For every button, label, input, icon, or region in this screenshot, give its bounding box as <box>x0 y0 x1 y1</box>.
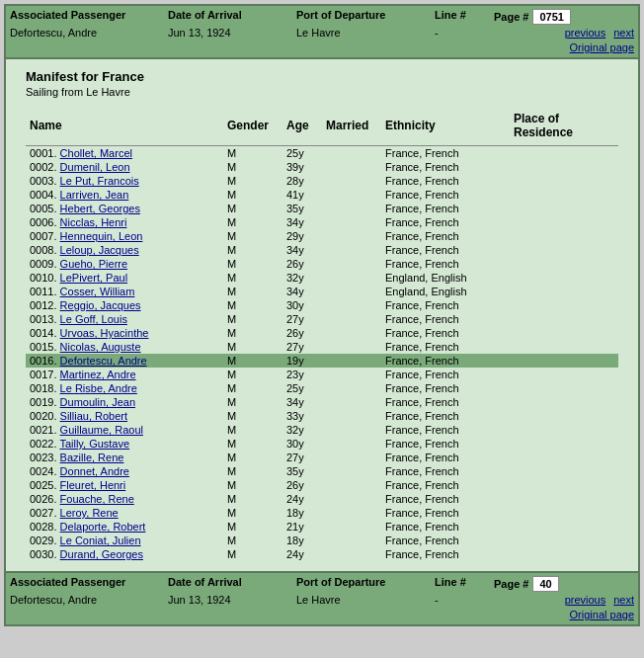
passenger-num: 0024. <box>30 465 60 477</box>
passenger-num-name: 0008. Leloup, Jacques <box>26 243 223 257</box>
passenger-residence <box>510 395 618 409</box>
header-nav-previous[interactable]: previous <box>565 27 606 39</box>
passenger-name-link[interactable]: Leroy, Rene <box>60 507 119 519</box>
passenger-residence <box>510 354 618 368</box>
passenger-residence <box>510 215 618 229</box>
passenger-name-link[interactable]: Delaporte, Robert <box>60 521 146 533</box>
passenger-name-link[interactable]: Hennequin, Leon <box>60 230 143 242</box>
passenger-ethnicity: England, English <box>381 285 510 298</box>
passenger-name-link[interactable]: Chollet, Marcel <box>60 147 132 159</box>
passenger-residence <box>510 437 618 451</box>
passenger-name-link[interactable]: Le Goff, Louis <box>60 313 127 325</box>
passenger-name-link[interactable]: Nicolas, Auguste <box>60 341 141 353</box>
passenger-name-link[interactable]: Hebert, Georges <box>60 203 140 214</box>
passenger-gender: M <box>223 492 282 506</box>
header-original-page-link[interactable]: Original page <box>570 41 634 53</box>
passenger-name-link[interactable]: Fouache, Rene <box>60 493 134 505</box>
passenger-num: 0002. <box>30 161 60 173</box>
passenger-ethnicity: France, French <box>381 506 510 520</box>
passenger-name-link[interactable]: Leloup, Jacques <box>60 244 139 256</box>
header-associated-passenger-label: Associated Passenger <box>10 9 168 25</box>
passenger-name-link[interactable]: Durand, Georges <box>60 548 143 560</box>
passenger-name-link[interactable]: Nicclas, Henri <box>60 216 127 228</box>
passenger-num-name: 0013. Le Goff, Louis <box>26 312 223 326</box>
footer-port-of-departure-label: Port of Departure <box>296 576 435 592</box>
col-header-ethnicity: Ethnicity <box>381 108 510 146</box>
passenger-residence <box>510 146 618 161</box>
passenger-name-link[interactable]: Tailly, Gustave <box>59 438 129 450</box>
passenger-married <box>322 257 381 271</box>
passenger-married <box>322 188 381 202</box>
passenger-age: 24y <box>282 547 322 561</box>
table-row: 0027. Leroy, Rene M 18y France, French <box>26 506 618 520</box>
passenger-name-link[interactable]: Dumenil, Leon <box>60 161 130 173</box>
passenger-married <box>322 312 381 326</box>
passenger-name-link[interactable]: Reggio, Jacques <box>60 299 141 311</box>
passenger-num-name: 0003. Le Put, Francois <box>26 174 223 188</box>
footer-nav-previous[interactable]: previous <box>565 594 606 606</box>
passenger-married <box>322 298 381 312</box>
passenger-name-link[interactable]: Larriven, Jean <box>60 189 129 201</box>
passenger-married <box>322 326 381 340</box>
passenger-num: 0030. <box>30 548 60 560</box>
table-row: 0014. Urvoas, Hyacinthe M 26y France, Fr… <box>26 326 618 340</box>
passenger-name-link[interactable]: Le Risbe, Andre <box>60 382 137 394</box>
passenger-age: 34y <box>282 395 322 409</box>
passenger-name-link[interactable]: Silliau, Robert <box>60 410 127 422</box>
passenger-age: 35y <box>282 202 322 215</box>
passenger-gender: M <box>223 174 282 188</box>
footer-nav-next[interactable]: next <box>613 594 634 606</box>
passenger-ethnicity: France, French <box>381 534 510 547</box>
header-nav-next[interactable]: next <box>613 27 634 39</box>
header-port-of-departure-label: Port of Departure <box>296 9 435 25</box>
passenger-gender: M <box>223 464 282 478</box>
passenger-gender: M <box>223 478 282 492</box>
passenger-name-link[interactable]: Le Put, Francois <box>60 175 139 187</box>
passenger-name-link[interactable]: Defortescu, Andre <box>60 355 147 367</box>
passenger-name-link[interactable]: Urvoas, Hyacinthe <box>60 327 149 339</box>
passenger-name-link[interactable]: Guillaume, Raoul <box>60 424 143 436</box>
passenger-gender: M <box>223 215 282 229</box>
passenger-gender: M <box>223 271 282 285</box>
table-row: 0017. Martinez, Andre M 23y France, Fren… <box>26 368 618 381</box>
passenger-gender: M <box>223 451 282 464</box>
passenger-residence <box>510 423 618 437</box>
passenger-num-name: 0001. Chollet, Marcel <box>26 146 223 161</box>
passenger-gender: M <box>223 368 282 381</box>
passenger-ethnicity: France, French <box>381 409 510 423</box>
passenger-num-name: 0010. LePivert, Paul <box>26 271 223 285</box>
passenger-married <box>322 464 381 478</box>
passenger-name-link[interactable]: Donnet, Andre <box>60 465 129 477</box>
footer-original-page-link[interactable]: Original page <box>570 609 634 620</box>
passenger-married <box>322 354 381 368</box>
passenger-name-link[interactable]: Le Coniat, Julien <box>60 535 141 546</box>
table-row: 0030. Durand, Georges M 24y France, Fren… <box>26 547 618 561</box>
passenger-residence <box>510 326 618 340</box>
footer-date-of-arrival: Jun 13, 1924 <box>168 594 296 606</box>
passenger-name-link[interactable]: Cosser, William <box>60 286 135 297</box>
passenger-name-link[interactable]: Martinez, Andre <box>60 369 136 380</box>
passenger-ethnicity: France, French <box>381 547 510 561</box>
passenger-age: 26y <box>282 326 322 340</box>
passenger-married <box>322 202 381 215</box>
table-row: 0003. Le Put, Francois M 28y France, Fre… <box>26 174 618 188</box>
passenger-name-link[interactable]: Bazille, Rene <box>60 452 124 463</box>
passenger-ethnicity: France, French <box>381 326 510 340</box>
passenger-married <box>322 160 381 174</box>
header-date-of-arrival: Jun 13, 1924 <box>168 27 296 39</box>
passenger-num: 0023. <box>30 452 60 463</box>
passenger-name-link[interactable]: LePivert, Paul <box>60 272 127 284</box>
passenger-name-link[interactable]: Fleuret, Henri <box>60 479 126 491</box>
passenger-name-link[interactable]: Dumoulin, Jean <box>60 396 135 408</box>
passenger-num: 0009. <box>30 258 60 270</box>
table-row: 0010. LePivert, Paul M 32y England, Engl… <box>26 271 618 285</box>
passenger-residence <box>510 202 618 215</box>
passenger-gender: M <box>223 437 282 451</box>
table-row: 0018. Le Risbe, Andre M 25y France, Fren… <box>26 381 618 395</box>
passenger-num-name: 0005. Hebert, Georges <box>26 202 223 215</box>
passenger-age: 23y <box>282 368 322 381</box>
passenger-gender: M <box>223 257 282 271</box>
passenger-residence <box>510 298 618 312</box>
passenger-num: 0018. <box>30 382 60 394</box>
passenger-name-link[interactable]: Gueho, Pierre <box>60 258 127 270</box>
